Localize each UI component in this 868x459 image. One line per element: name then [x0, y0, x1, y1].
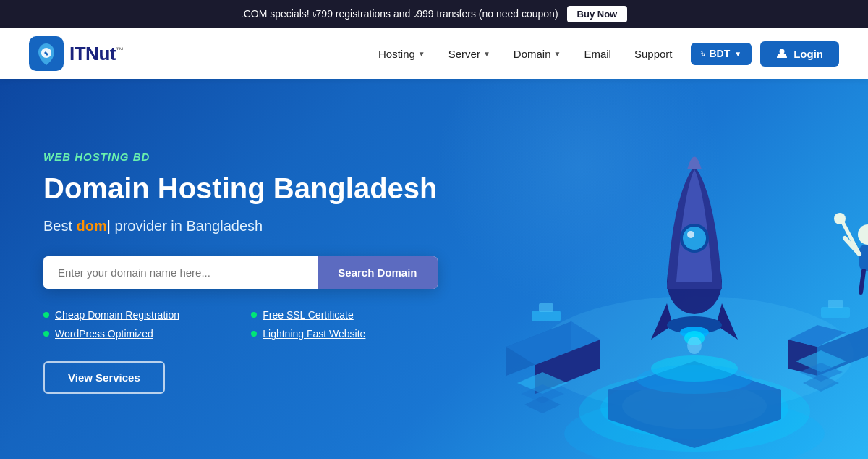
hero-subtitle: Best dom| provider in Bangladesh — [43, 218, 438, 235]
svg-marker-60 — [524, 396, 561, 413]
chevron-down-icon: ▼ — [734, 50, 741, 58]
announcement-text: .COM specials! ৳799 registrations and ৳9… — [241, 8, 558, 20]
svg-line-36 — [861, 271, 864, 292]
hero-title: Domain Hosting Bangladesh — [43, 172, 438, 205]
svg-rect-33 — [859, 245, 868, 271]
logo-link[interactable]: ITNut™ — [29, 36, 123, 71]
feature-lightning: Lightning Fast Website — [251, 328, 437, 340]
svg-rect-27 — [821, 307, 850, 318]
lightning-link[interactable]: Lightning Fast Website — [263, 328, 365, 340]
svg-point-32 — [858, 224, 868, 245]
logo-text: ITNut™ — [69, 43, 123, 65]
wordpress-link[interactable]: WordPress Optimized — [55, 328, 153, 340]
logo-icon — [29, 36, 64, 71]
svg-point-16 — [687, 337, 702, 354]
domain-search-input[interactable] — [43, 256, 318, 289]
feature-cheap-domain: Cheap Domain Registration — [43, 309, 229, 321]
features-list: Cheap Domain Registration Free SSL Certi… — [43, 309, 438, 340]
hero-tag: WEB HOSTING BD — [43, 151, 438, 163]
domain-search-bar: Search Domain — [43, 256, 438, 289]
nav-support[interactable]: Support — [624, 42, 683, 66]
buy-now-button[interactable]: Buy Now — [567, 6, 628, 22]
currency-code: BDT — [709, 48, 730, 59]
nav-links: Hosting ▼ Server ▼ Domain ▼ Email Suppor… — [368, 41, 839, 67]
chevron-down-icon: ▼ — [418, 50, 425, 58]
nav-email[interactable]: Email — [574, 42, 621, 66]
hero-section: WEB HOSTING BD Domain Hosting Bangladesh… — [0, 79, 868, 459]
cheap-domain-link[interactable]: Cheap Domain Registration — [55, 309, 179, 321]
view-services-button[interactable]: View Services — [43, 361, 165, 394]
user-icon — [776, 48, 788, 59]
nav-domain[interactable]: Domain ▼ — [503, 42, 571, 66]
bullet-dot — [251, 331, 257, 337]
login-button[interactable]: Login — [760, 41, 839, 67]
search-domain-button[interactable]: Search Domain — [318, 256, 437, 289]
svg-rect-22 — [532, 311, 561, 321]
feature-wordpress: WordPress Optimized — [43, 328, 229, 340]
hero-illustration — [405, 79, 868, 459]
currency-symbol: ৳ — [701, 48, 705, 60]
ssl-link[interactable]: Free SSL Certificate — [263, 309, 354, 321]
feature-ssl: Free SSL Certificate — [251, 309, 437, 321]
svg-rect-23 — [539, 303, 553, 312]
chevron-down-icon: ▼ — [554, 50, 561, 58]
hero-content: WEB HOSTING BD Domain Hosting Bangladesh… — [43, 151, 438, 394]
announcement-bar: .COM specials! ৳799 registrations and ৳9… — [0, 0, 868, 28]
bullet-dot — [43, 331, 49, 337]
bullet-dot — [251, 312, 257, 318]
svg-point-18 — [637, 365, 752, 394]
svg-rect-28 — [828, 300, 843, 308]
svg-point-11 — [683, 227, 706, 250]
nav-hosting[interactable]: Hosting ▼ — [368, 42, 435, 66]
chevron-down-icon: ▼ — [483, 50, 490, 58]
navbar: ITNut™ Hosting ▼ Server ▼ Domain ▼ Email… — [0, 28, 868, 79]
bullet-dot — [43, 312, 49, 318]
svg-point-12 — [687, 231, 694, 238]
currency-selector[interactable]: ৳ BDT ▼ — [691, 43, 752, 65]
svg-point-39 — [834, 213, 846, 224]
nav-server[interactable]: Server ▼ — [438, 42, 501, 66]
